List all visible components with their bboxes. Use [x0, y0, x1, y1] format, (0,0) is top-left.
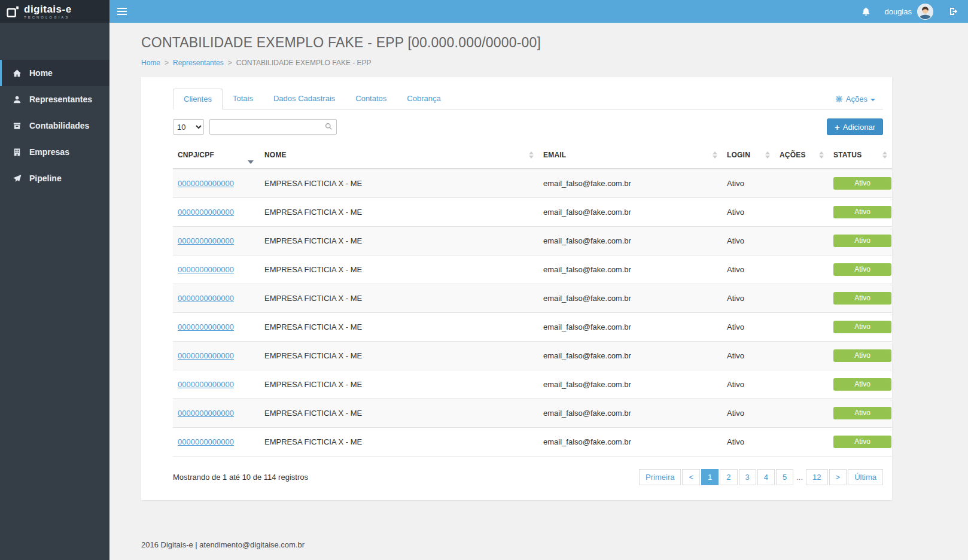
nome-cell: EMPRESA FICTICIA X - ME: [260, 284, 538, 313]
acoes-cell: [775, 342, 829, 370]
sidebar-menu: HomeRepresentantesContabilidadesEmpresas…: [0, 23, 109, 191]
page-title: CONTABILIDADE EXEMPLO FAKE - EPP [00.000…: [141, 35, 935, 51]
breadcrumb-separator: >: [228, 59, 232, 67]
sidebar-item-label: Empresas: [29, 147, 69, 157]
tab-contatos[interactable]: Contatos: [345, 89, 397, 109]
sidebar-toggle-button[interactable]: [109, 0, 135, 23]
breadcrumb-home[interactable]: Home: [141, 59, 160, 67]
cnpj-link[interactable]: 0000000000000: [178, 409, 234, 418]
col-header-cnpj[interactable]: CNPJ/CPF: [173, 144, 260, 169]
table-toolbar: 10 + Adicionar: [173, 118, 883, 135]
page-footer: 2016 Digitais-e | atendimento@digitaise.…: [141, 540, 968, 549]
sort-desc-icon: [248, 160, 254, 164]
status-badge[interactable]: Ativo: [833, 292, 891, 305]
page-prev[interactable]: <: [682, 469, 700, 485]
logout-button[interactable]: [939, 0, 968, 23]
gear-icon: [835, 95, 843, 103]
status-badge[interactable]: Ativo: [833, 177, 891, 190]
login-cell: Ativo: [722, 255, 775, 284]
status-badge[interactable]: Ativo: [833, 235, 891, 247]
cnpj-link[interactable]: 0000000000000: [178, 294, 234, 303]
email-cell: email_falso@fake.com.br: [538, 342, 722, 370]
email-cell: email_falso@fake.com.br: [538, 428, 722, 456]
sidebar-item-pipeline[interactable]: Pipeline: [0, 165, 109, 191]
nome-cell: EMPRESA FICTICIA X - ME: [260, 227, 538, 255]
sidebar-item-contabilidades[interactable]: Contabilidades: [0, 112, 109, 139]
plus-icon: +: [835, 123, 840, 132]
archive-icon: [12, 121, 22, 130]
login-cell: Ativo: [722, 428, 775, 456]
page-1[interactable]: 1: [701, 469, 719, 485]
login-cell: Ativo: [722, 399, 775, 428]
tab-dados-cadastrais[interactable]: Dados Cadastrais: [263, 89, 345, 109]
page-next[interactable]: >: [829, 469, 847, 485]
cnpj-link[interactable]: 0000000000000: [178, 208, 234, 217]
login-cell: Ativo: [722, 198, 775, 227]
tab-cobranca[interactable]: Cobrança: [397, 89, 450, 109]
sidebar-item-empresas[interactable]: Empresas: [0, 139, 109, 165]
cnpj-link[interactable]: 0000000000000: [178, 322, 234, 331]
page-5[interactable]: 5: [776, 469, 793, 485]
cnpj-link[interactable]: 0000000000000: [178, 179, 234, 188]
pagination-ellipsis: ...: [795, 473, 805, 482]
pagination: Primeira<12345...12>Última: [639, 469, 883, 485]
status-badge[interactable]: Ativo: [833, 407, 891, 419]
page-2[interactable]: 2: [720, 469, 737, 485]
page-first[interactable]: Primeira: [639, 469, 681, 485]
actions-dropdown[interactable]: Ações: [835, 95, 875, 104]
search-box: [209, 119, 337, 135]
sort-icons: [529, 151, 534, 159]
cnpj-link[interactable]: 0000000000000: [178, 380, 234, 389]
nome-cell: EMPRESA FICTICIA X - ME: [260, 313, 538, 342]
status-badge[interactable]: Ativo: [833, 263, 891, 276]
sidebar-item-home[interactable]: Home: [0, 60, 109, 86]
sort-icons: [819, 151, 824, 159]
search-input[interactable]: [209, 119, 337, 135]
brand-tagline: TECNOLOGIAS: [24, 16, 72, 19]
col-header-status[interactable]: STATUS: [829, 144, 892, 169]
brand-logo[interactable]: digitais-e TECNOLOGIAS: [0, 0, 109, 23]
col-header-acoes[interactable]: AÇÕES: [775, 144, 829, 169]
notifications-button[interactable]: [854, 0, 878, 23]
table-row: 0000000000000EMPRESA FICTICIA X - MEemai…: [173, 255, 892, 284]
table-row: 0000000000000EMPRESA FICTICIA X - MEemai…: [173, 227, 892, 255]
table-header-row: CNPJ/CPF NOME EMAIL LOGIN: [173, 144, 892, 169]
page-4[interactable]: 4: [757, 469, 775, 485]
page-size-select[interactable]: 10: [173, 119, 204, 135]
col-header-login[interactable]: LOGIN: [722, 144, 775, 169]
content: CONTABILIDADE EXEMPLO FAKE - EPP [00.000…: [109, 23, 968, 560]
user-menu[interactable]: douglas: [878, 0, 939, 23]
col-header-nome[interactable]: NOME: [260, 144, 538, 169]
tab-clientes[interactable]: Clientes: [173, 89, 223, 109]
status-badge[interactable]: Ativo: [833, 349, 891, 362]
search-icon: [325, 123, 333, 130]
sidebar-item-label: Representantes: [29, 95, 92, 104]
user-icon: [12, 95, 22, 104]
email-cell: email_falso@fake.com.br: [538, 227, 722, 255]
status-badge[interactable]: Ativo: [833, 378, 891, 391]
cnpj-link[interactable]: 0000000000000: [178, 351, 234, 360]
nome-cell: EMPRESA FICTICIA X - ME: [260, 399, 538, 428]
email-cell: email_falso@fake.com.br: [538, 370, 722, 399]
tab-totais[interactable]: Totais: [223, 89, 263, 109]
status-badge[interactable]: Ativo: [833, 321, 891, 333]
status-badge[interactable]: Ativo: [833, 206, 891, 218]
sidebar-item-label: Home: [29, 68, 53, 78]
cnpj-link[interactable]: 0000000000000: [178, 236, 234, 245]
add-button[interactable]: + Adicionar: [827, 118, 883, 135]
status-badge[interactable]: Ativo: [833, 436, 891, 448]
col-header-email[interactable]: EMAIL: [538, 144, 722, 169]
acoes-cell: [775, 370, 829, 399]
tab-bar-tabs: ClientesTotaisDados CadastraisContatosCo…: [173, 89, 451, 109]
login-cell: Ativo: [722, 227, 775, 255]
table-row: 0000000000000EMPRESA FICTICIA X - MEemai…: [173, 313, 892, 342]
breadcrumb-representantes[interactable]: Representantes: [173, 59, 224, 67]
page-last[interactable]: Última: [848, 469, 883, 485]
data-table: CNPJ/CPF NOME EMAIL LOGIN: [173, 144, 892, 456]
nome-cell: EMPRESA FICTICIA X - ME: [260, 255, 538, 284]
page-12[interactable]: 12: [806, 469, 827, 485]
page-3[interactable]: 3: [739, 469, 756, 485]
sidebar-item-representantes[interactable]: Representantes: [0, 86, 109, 112]
cnpj-link[interactable]: 0000000000000: [178, 265, 234, 274]
cnpj-link[interactable]: 0000000000000: [178, 437, 234, 446]
